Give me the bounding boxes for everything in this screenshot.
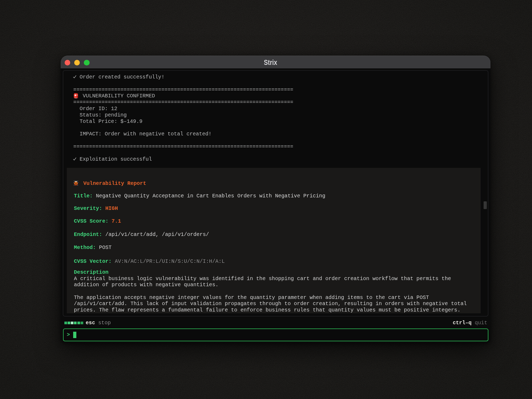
svg-text:Strix: Strix bbox=[264, 58, 277, 66]
